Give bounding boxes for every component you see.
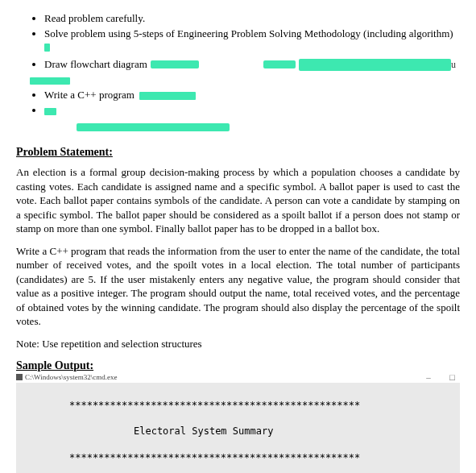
paragraph: Write a C++ program that reads the infor… [16, 244, 460, 329]
highlight-mark [263, 60, 296, 68]
console-output: ****************************************… [16, 383, 460, 473]
task-item [44, 104, 460, 117]
window-controls: – □ [426, 372, 460, 382]
stars-line: ****************************************… [21, 451, 455, 464]
task-text: Draw flowchart diagram [44, 58, 147, 71]
note-text: Note: Use repetition and selection struc… [16, 337, 460, 351]
task-text: Read problem carefully. [44, 12, 145, 24]
sample-output-heading: Sample Output: [16, 359, 460, 372]
highlight-mark [151, 60, 199, 68]
console-title: Electoral System Summary [21, 425, 455, 438]
stars-line: ****************************************… [21, 399, 455, 412]
window-path: C:\Windows\system32\cmd.exe [25, 373, 117, 381]
highlight-mark [44, 108, 56, 115]
highlight-mark [139, 92, 196, 100]
task-item: Read problem carefully. [44, 12, 460, 25]
task-text: Solve problem using 5-steps of Engineeri… [44, 27, 453, 39]
highlight-bar [299, 59, 451, 71]
highlight-mark [30, 77, 70, 85]
task-item: Write a C++ program [44, 89, 460, 102]
cmd-icon [16, 374, 23, 380]
stray-char: u [451, 59, 460, 71]
problem-statement-heading: Problem Statement: [16, 146, 460, 159]
task-list: Read problem carefully. Solve problem us… [16, 12, 460, 117]
task-item: Draw flowchart diagram u [44, 58, 460, 71]
window-titlebar: C:\Windows\system32\cmd.exe – □ [16, 372, 460, 382]
highlight-bar [77, 123, 230, 131]
task-item [30, 73, 460, 86]
highlight-mark [44, 44, 50, 52]
paragraph: An election is a formal group decision-m… [16, 165, 460, 236]
task-item: Solve problem using 5-steps of Engineeri… [44, 27, 460, 53]
task-text: Write a C++ program [44, 89, 135, 101]
